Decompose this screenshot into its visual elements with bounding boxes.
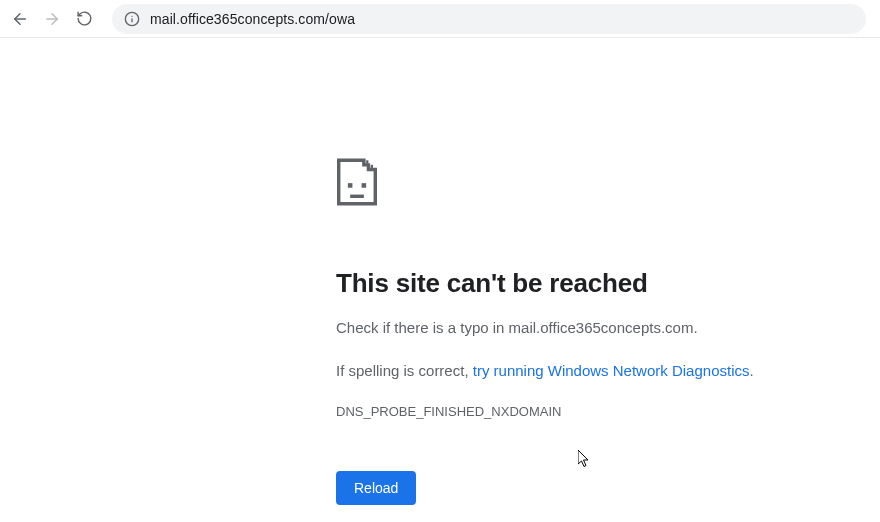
forward-button[interactable] xyxy=(38,5,66,33)
sad-page-icon xyxy=(336,158,408,230)
error-page: This site can't be reached Check if ther… xyxy=(0,38,820,505)
subtitle-domain: mail.office365concepts.com. xyxy=(509,319,698,336)
reload-nav-button[interactable] xyxy=(70,5,98,33)
reload-button[interactable]: Reload xyxy=(336,471,416,505)
error-code: DNS_PROBE_FINISHED_NXDOMAIN xyxy=(336,404,820,419)
error-subtitle: Check if there is a typo in mail.office3… xyxy=(336,317,820,340)
subtitle-prefix: Check if there is a typo in xyxy=(336,319,509,336)
svg-rect-9 xyxy=(350,195,364,198)
url-text: mail.office365concepts.com/owa xyxy=(150,11,355,27)
svg-rect-6 xyxy=(371,165,373,168)
suggestion-suffix: . xyxy=(750,362,754,379)
address-bar[interactable]: mail.office365concepts.com/owa xyxy=(112,4,866,34)
suggestion-prefix: If spelling is correct, xyxy=(336,362,473,379)
browser-toolbar: mail.office365concepts.com/owa xyxy=(0,0,880,38)
back-button[interactable] xyxy=(6,5,34,33)
svg-rect-7 xyxy=(348,183,353,188)
site-info-icon[interactable] xyxy=(124,11,140,27)
error-suggestion: If spelling is correct, try running Wind… xyxy=(336,360,820,383)
reload-icon xyxy=(76,10,93,27)
arrow-left-icon xyxy=(11,10,29,28)
error-title: This site can't be reached xyxy=(336,268,820,299)
svg-rect-8 xyxy=(362,183,367,188)
svg-rect-5 xyxy=(366,160,368,163)
diagnostics-link[interactable]: try running Windows Network Diagnostics xyxy=(473,362,750,379)
arrow-right-icon xyxy=(43,10,61,28)
